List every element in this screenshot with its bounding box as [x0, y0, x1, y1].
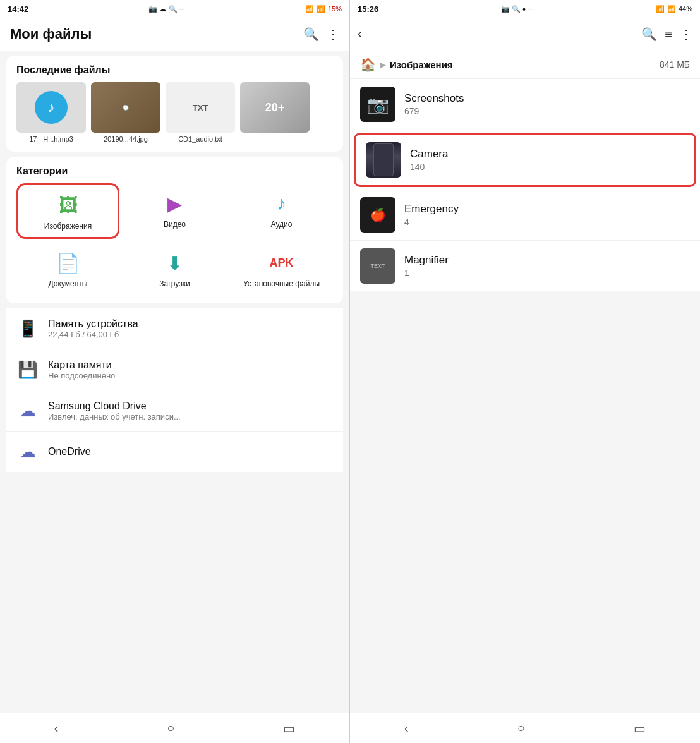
storage-section: 📱 Память устройства 22,44 Гб / 64,00 Гб …: [6, 308, 343, 472]
list-item[interactable]: 🕐 20190...44.jpg: [91, 82, 160, 143]
onedrive-name: OneDrive: [48, 446, 91, 457]
folder-magnifier[interactable]: TEXT Magnifier 1: [350, 241, 700, 291]
more-button[interactable]: ⋮: [327, 27, 339, 42]
categories-section: Категории 🖼 Изображения ▶ Видео: [6, 157, 343, 303]
recent-title: Последние файлы: [16, 64, 333, 76]
left-time: 14:42: [8, 4, 28, 14]
cloud-icon: ☁: [16, 399, 39, 422]
right-time: 15:26: [358, 4, 378, 14]
emergency-thumb: 🍎: [360, 197, 395, 233]
right-bottom-nav: ‹ ○ ▭: [350, 713, 700, 743]
breadcrumb-path: 🏠 ▶ Изображения: [360, 57, 453, 72]
downloads-icon: ⬇: [161, 249, 189, 277]
downloads-label: Загрузки: [159, 279, 190, 288]
camera-count: 140: [410, 162, 684, 172]
screenshots-thumb: 📷: [360, 87, 395, 122]
more-thumb: 20+: [240, 82, 310, 133]
storage-device[interactable]: 📱 Память устройства 22,44 Гб / 64,00 Гб: [6, 308, 343, 349]
storage-sdcard[interactable]: 💾 Карта памяти Не подсоединено: [6, 349, 343, 390]
emergency-count: 4: [404, 217, 690, 227]
search-button[interactable]: 🔍: [303, 27, 319, 42]
right-recent-nav-button[interactable]: ▭: [634, 721, 646, 736]
breadcrumb-arrow: ▶: [380, 60, 386, 69]
breadcrumb: 🏠 ▶ Изображения 841 МБ: [350, 51, 700, 79]
storage-onedrive[interactable]: ☁ OneDrive: [6, 432, 343, 472]
sdcard-icon: 💾: [16, 358, 39, 381]
right-more-button[interactable]: ⋮: [680, 27, 692, 42]
music-icon: ♪: [35, 91, 68, 124]
docs-icon: 📄: [54, 249, 82, 277]
more-count: 20+: [240, 82, 310, 133]
right-home-nav-button[interactable]: ○: [517, 721, 525, 735]
apk-icon: APK: [268, 249, 296, 277]
image-preview: 🕐: [91, 82, 160, 133]
folder-camera[interactable]: Camera 140: [354, 133, 696, 187]
txt-preview: TXT: [166, 82, 235, 133]
camera-device-icon: [373, 143, 394, 176]
category-docs[interactable]: 📄 Документы: [16, 243, 119, 294]
folder-emergency[interactable]: 🍎 Emergency 4: [350, 190, 700, 241]
category-images[interactable]: 🖼 Изображения: [16, 183, 119, 239]
image-label: 20190...44.jpg: [91, 135, 160, 143]
music-label: 17 - Н...h.mp3: [16, 135, 86, 143]
left-bottom-nav: ‹ ○ ▭: [0, 713, 349, 743]
left-battery-icons: 📶 📶 15%: [305, 5, 342, 13]
right-list-button[interactable]: ≡: [665, 27, 672, 42]
back-button[interactable]: ‹: [358, 26, 362, 42]
category-audio[interactable]: ♪ Аудио: [230, 183, 333, 239]
image-thumb: 🕐: [91, 82, 160, 133]
categories-title: Категории: [16, 166, 333, 177]
categories-grid: 🖼 Изображения ▶ Видео ♪ Аудио: [16, 183, 333, 294]
right-status-bar: 15:26 📷 🔍 ♦ ··· 📶 📶 44%: [350, 0, 700, 18]
emergency-inner: 🍎: [360, 197, 395, 233]
category-downloads[interactable]: ⬇ Загрузки: [123, 243, 226, 294]
onedrive-info: OneDrive: [48, 446, 91, 457]
apk-label: Установочные файлы: [243, 279, 320, 288]
magnifier-count: 1: [404, 268, 690, 278]
right-battery-icons: 📶 📶 44%: [656, 5, 692, 13]
right-search-button[interactable]: 🔍: [641, 27, 657, 42]
category-video[interactable]: ▶ Видео: [123, 183, 226, 239]
home-folder-icon: 🏠: [360, 57, 376, 72]
category-apk[interactable]: APK Установочные файлы: [230, 243, 333, 294]
music-thumb: ♪: [16, 82, 86, 133]
onedrive-icon: ☁: [16, 440, 39, 463]
recent-files-section: Последние файлы ♪ 17 - Н...h.mp3 🕐 20190…: [6, 56, 343, 152]
folder-list: 📷 Screenshots 679 Camera 140: [350, 79, 700, 291]
right-battery: 44%: [679, 5, 692, 13]
cloud-info: Samsung Cloud Drive Извлеч. данных об уч…: [48, 401, 181, 421]
right-content: 📷 Screenshots 679 Camera 140: [350, 79, 700, 743]
cloud-sub: Извлеч. данных об учетн. записи...: [48, 412, 181, 421]
back-nav-button[interactable]: ‹: [54, 721, 59, 735]
recent-nav-button[interactable]: ▭: [283, 721, 295, 736]
screenshots-name: Screenshots: [404, 92, 690, 105]
emergency-info: Emergency 4: [404, 203, 690, 227]
left-top-bar: Мои файлы 🔍 ⋮: [0, 18, 349, 51]
camera-inner: [366, 142, 401, 178]
txt-thumb: TXT: [166, 82, 235, 133]
sdcard-sub: Не подсоединено: [48, 371, 115, 380]
storage-cloud[interactable]: ☁ Samsung Cloud Drive Извлеч. данных об …: [6, 390, 343, 432]
camera-info: Camera 140: [410, 148, 684, 172]
folder-screenshots[interactable]: 📷 Screenshots 679: [350, 79, 700, 130]
screenshots-count: 679: [404, 106, 690, 116]
left-status-bar: 14:42 📷 ☁ 🔍 ··· 📶 📶 15%: [0, 0, 349, 18]
home-nav-button[interactable]: ○: [167, 721, 174, 735]
page-title: Мои файлы: [10, 26, 92, 42]
txt-label: CD1_audio.txt: [166, 135, 235, 143]
sdcard-name: Карта памяти: [48, 359, 115, 371]
device-name: Память устройства: [48, 318, 138, 330]
list-item[interactable]: ♪ 17 - Н...h.mp3: [16, 82, 86, 143]
list-item[interactable]: TXT CD1_audio.txt: [166, 82, 235, 143]
right-notif-icons: 📷 🔍 ♦ ···: [501, 5, 534, 13]
magnifier-info: Magnifier 1: [404, 254, 690, 278]
magnifier-inner: TEXT: [360, 248, 395, 284]
list-item[interactable]: 20+: [240, 82, 310, 143]
right-wifi-icon: 📶: [656, 5, 665, 13]
audio-label: Аудио: [271, 220, 293, 229]
right-back-nav-button[interactable]: ‹: [404, 721, 409, 735]
left-phone-panel: 14:42 📷 ☁ 🔍 ··· 📶 📶 15% Мои файлы 🔍 ⋮ По…: [0, 0, 350, 743]
left-content: Последние файлы ♪ 17 - Н...h.mp3 🕐 20190…: [0, 51, 349, 743]
breadcrumb-folder-name: Изображения: [390, 59, 453, 70]
left-battery: 15%: [328, 5, 342, 13]
